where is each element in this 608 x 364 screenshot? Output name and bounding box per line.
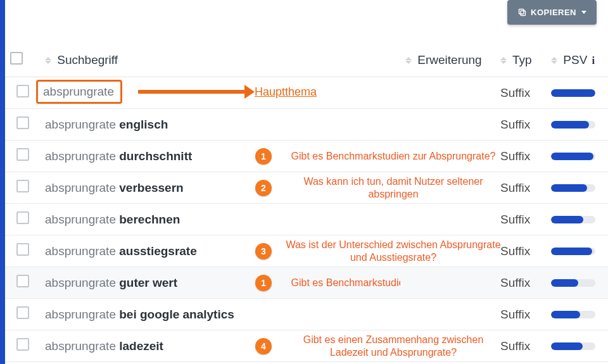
psv-bar — [551, 89, 595, 97]
psv-cell — [546, 109, 608, 141]
psv-cell — [546, 267, 608, 299]
sort-icon — [45, 57, 51, 64]
erweiterung-cell — [400, 267, 495, 299]
arrow-right-icon — [138, 90, 246, 94]
typ-cell: Suffix — [495, 299, 546, 330]
sort-icon — [500, 57, 507, 64]
hauptthema-link[interactable]: Hauptthema — [255, 85, 317, 99]
typ-cell: Suffix — [495, 109, 546, 141]
keyword-cell: absprungrate ausstiegsrate3Was ist der U… — [40, 235, 400, 267]
keywords-table: Suchbegriff Erweiterung Typ PSV i abspru… — [5, 44, 608, 362]
keyword-cell: absprungrate ladezeit4Gibt es einen Zusa… — [40, 330, 400, 362]
keyword-extra: englisch — [119, 118, 168, 131]
row-checkbox[interactable] — [16, 116, 29, 129]
psv-cell — [546, 330, 608, 362]
psv-fill — [551, 121, 589, 129]
sort-icon — [405, 57, 412, 64]
typ-cell: Suffix — [495, 204, 546, 235]
copy-button-label: KOPIEREN — [531, 8, 576, 17]
psv-fill — [551, 311, 580, 318]
erweiterung-cell — [400, 77, 495, 109]
psv-cell — [546, 204, 608, 235]
annotation-badge: 1 — [255, 275, 272, 291]
row-checkbox[interactable] — [16, 180, 29, 192]
psv-cell — [546, 235, 608, 267]
psv-fill — [551, 279, 578, 287]
table-row[interactable]: absprungrateHauptthemaSuffix — [5, 77, 608, 109]
psv-bar — [551, 342, 595, 350]
psv-cell — [546, 299, 608, 330]
keyword-base: absprungrate — [45, 339, 116, 353]
column-label: Typ — [512, 53, 532, 66]
psv-fill — [551, 216, 583, 223]
keyword-extra: guter wert — [119, 276, 177, 289]
row-checkbox[interactable] — [16, 85, 29, 97]
keyword-cell: absprungrate verbessern2Was kann ich tun… — [40, 172, 400, 204]
table-row[interactable]: absprungrate ladezeit4Gibt es einen Zusa… — [5, 330, 608, 362]
annotation-badge: 1 — [255, 148, 272, 165]
copy-button[interactable]: KOPIEREN — [507, 0, 597, 25]
keyword-extra: ausstiegsrate — [119, 244, 197, 258]
psv-bar — [551, 279, 595, 287]
row-checkbox[interactable] — [16, 275, 29, 287]
keyword-cell: absprungrate bei google analytics — [40, 299, 400, 330]
keyword-base: absprungrate — [45, 308, 116, 321]
highlight-box: absprungrate — [36, 80, 122, 104]
column-header-typ[interactable]: Typ — [495, 44, 546, 77]
column-header-erweiterung[interactable]: Erweiterung — [400, 44, 495, 77]
typ-cell: Suffix — [495, 172, 546, 204]
psv-fill — [551, 248, 592, 255]
keyword-base: absprungrate — [45, 213, 116, 226]
keyword-extra: ladezeit — [119, 339, 163, 353]
keyword-extra: bei google analytics — [119, 308, 234, 321]
typ-cell: Suffix — [495, 330, 546, 362]
typ-cell: Suffix — [495, 77, 546, 109]
keyword-extra: verbessern — [119, 181, 183, 194]
keyword-base: absprungrate — [45, 276, 116, 289]
column-header-suchbegriff[interactable]: Suchbegriff — [40, 44, 400, 77]
annotation-badge: 2 — [255, 180, 272, 196]
psv-fill — [551, 342, 583, 350]
psv-bar — [551, 216, 595, 223]
annotation-badge: 4 — [255, 338, 272, 355]
psv-cell — [546, 77, 608, 109]
keyword-base: absprungrate — [45, 181, 116, 194]
table-row[interactable]: absprungrate bei google analyticsSuffix — [5, 299, 608, 330]
row-checkbox[interactable] — [16, 148, 29, 161]
table-row[interactable]: absprungrate durchschnitt1Gibt es Benchm… — [5, 141, 608, 172]
table-header-row: Suchbegriff Erweiterung Typ PSV i — [5, 44, 608, 77]
table-row[interactable]: absprungrate guter wert1Gibt es Benchmar… — [5, 267, 608, 299]
psv-cell — [546, 172, 608, 204]
column-header-psv[interactable]: PSV i — [546, 44, 608, 77]
row-checkbox[interactable] — [16, 338, 29, 351]
keyword-base: absprungrate — [45, 149, 116, 163]
row-checkbox[interactable] — [16, 211, 29, 224]
info-icon[interactable]: i — [592, 54, 595, 66]
select-all-checkbox[interactable] — [10, 52, 23, 65]
hauptthema-pointer: Hauptthema — [138, 77, 317, 106]
sort-icon — [551, 57, 557, 64]
keyword-cell: absprungrate berechnen — [40, 204, 400, 235]
keyword-base: absprungrate — [45, 118, 116, 131]
psv-fill — [551, 153, 593, 160]
svg-rect-1 — [519, 9, 524, 15]
column-label: PSV — [563, 53, 587, 66]
keyword-cell: absprungrate durchschnitt1Gibt es Benchm… — [40, 141, 400, 172]
table-row[interactable]: absprungrate ausstiegsrate3Was ist der U… — [5, 235, 608, 267]
column-label: Suchbegriff — [57, 53, 118, 66]
chevron-down-icon — [581, 11, 586, 14]
row-checkbox[interactable] — [16, 306, 29, 319]
copy-icon — [517, 8, 527, 17]
table-row[interactable]: absprungrate berechnenSuffix — [5, 204, 608, 235]
table-row[interactable]: absprungrate englischSuffix — [5, 109, 608, 141]
psv-bar — [551, 121, 595, 129]
keyword-extra: berechnen — [119, 213, 180, 226]
table-row[interactable]: absprungrate verbessern2Was kann ich tun… — [5, 172, 608, 204]
keyword-cell: absprungrateHauptthema — [40, 77, 400, 109]
psv-bar — [551, 248, 595, 255]
column-label: Erweiterung — [417, 53, 481, 66]
psv-fill — [551, 89, 595, 97]
erweiterung-cell — [400, 299, 495, 330]
row-checkbox[interactable] — [16, 243, 29, 256]
erweiterung-cell — [400, 204, 495, 235]
